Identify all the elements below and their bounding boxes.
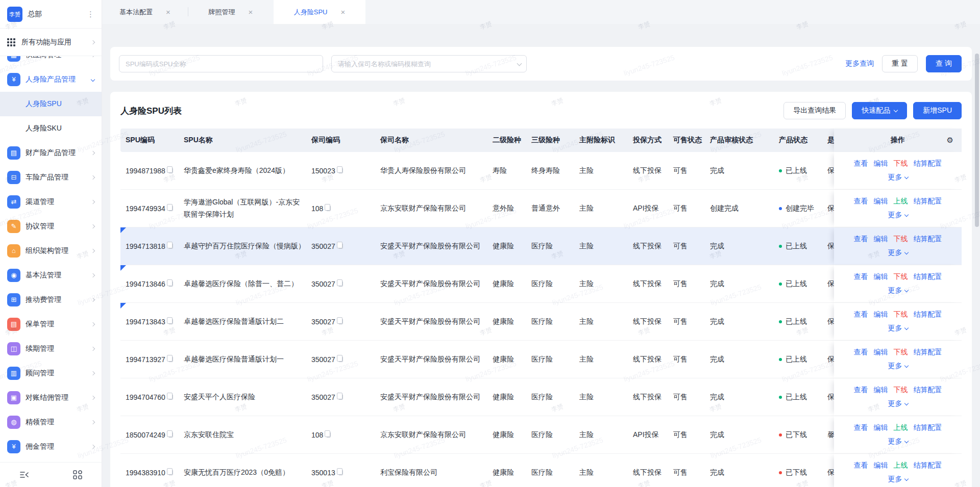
copy-icon[interactable] [338, 281, 343, 287]
view-link[interactable]: 查看 [854, 386, 868, 395]
copy-icon[interactable] [338, 243, 343, 249]
copy-icon[interactable] [168, 206, 173, 211]
sidebar-item-保单管理[interactable]: ▤ 保单管理 [0, 312, 102, 337]
copy-icon[interactable] [168, 470, 173, 475]
close-icon[interactable]: × [166, 8, 170, 16]
view-link[interactable]: 查看 [854, 235, 868, 244]
toggle-online-link[interactable]: 下线 [894, 348, 908, 357]
sidebar-item-组织架构管理[interactable]: ⌂ 组织架构管理 [0, 239, 102, 263]
column-settings-gear-icon[interactable]: ⚙ [947, 136, 953, 145]
more-link[interactable]: 更多 [888, 286, 908, 294]
settlement-config-link[interactable]: 结算配置 [914, 386, 942, 395]
copy-icon[interactable] [168, 432, 173, 438]
toggle-online-link[interactable]: 上线 [894, 197, 908, 206]
copy-icon[interactable] [326, 206, 331, 211]
more-link[interactable]: 更多 [888, 211, 908, 219]
edit-link[interactable]: 编辑 [874, 159, 888, 168]
more-link[interactable]: 更多 [888, 248, 908, 257]
query-button[interactable]: 查 询 [926, 55, 962, 72]
sidebar-item-续期管理[interactable]: ◫ 续期管理 [0, 337, 102, 361]
close-icon[interactable]: × [340, 8, 345, 16]
kebab-menu-icon[interactable]: ⋮ [85, 9, 96, 20]
view-link[interactable]: 查看 [854, 159, 868, 168]
view-link[interactable]: 查看 [854, 461, 868, 470]
scrollbar-thumb[interactable] [975, 54, 979, 227]
copy-icon[interactable] [168, 356, 173, 362]
settlement-config-link[interactable]: 结算配置 [914, 423, 942, 432]
sidebar-item-顾问管理[interactable]: ▥ 顾问管理 [0, 361, 102, 386]
view-link[interactable]: 查看 [854, 348, 868, 357]
sidebar-item-协议管理[interactable]: ✎ 协议管理 [0, 214, 102, 239]
toggle-online-link[interactable]: 下线 [894, 272, 908, 281]
sidebar-item-供应商管理[interactable]: ▦ 供应商管理 [0, 56, 102, 67]
settlement-config-link[interactable]: 结算配置 [914, 197, 942, 206]
dashboard-grid-icon[interactable] [73, 470, 82, 479]
copy-icon[interactable] [168, 243, 173, 249]
spu-search-input[interactable] [119, 55, 323, 72]
edit-link[interactable]: 编辑 [874, 423, 888, 432]
sidebar-item-佣金管理[interactable]: ¥ 佣金管理 [0, 434, 102, 459]
copy-icon[interactable] [338, 356, 343, 362]
sidebar-item-人身险产品管理[interactable]: ¥ 人身险产品管理 [0, 67, 102, 92]
toggle-online-link[interactable]: 上线 [894, 423, 908, 432]
toggle-online-link[interactable]: 下线 [894, 235, 908, 244]
copy-icon[interactable] [338, 394, 343, 400]
copy-icon[interactable] [168, 168, 173, 173]
view-link[interactable]: 查看 [854, 423, 868, 432]
copy-icon[interactable] [338, 470, 343, 475]
copy-icon[interactable] [338, 319, 343, 324]
edit-link[interactable]: 编辑 [874, 386, 888, 395]
sidebar-item-财产险产品管理[interactable]: ▤ 财产险产品管理 [0, 141, 102, 165]
toggle-online-link[interactable]: 上线 [894, 461, 908, 470]
copy-icon[interactable] [168, 281, 173, 287]
copy-icon[interactable] [338, 168, 343, 173]
settlement-config-link[interactable]: 结算配置 [914, 235, 942, 244]
more-link[interactable]: 更多 [888, 362, 908, 370]
more-link[interactable]: 更多 [888, 399, 908, 407]
edit-link[interactable]: 编辑 [874, 272, 888, 281]
tab-牌照管理[interactable]: 牌照管理 × [188, 0, 274, 24]
sidebar-subitem-人身险SPU[interactable]: 人身险SPU [0, 92, 102, 116]
settlement-config-link[interactable]: 结算配置 [914, 348, 942, 357]
company-search-input[interactable] [331, 55, 527, 72]
edit-link[interactable]: 编辑 [874, 310, 888, 319]
edit-link[interactable]: 编辑 [874, 348, 888, 357]
reset-button[interactable]: 重 置 [882, 55, 918, 72]
close-icon[interactable]: × [249, 8, 253, 16]
tab-基本法配置[interactable]: 基本法配置 × [102, 0, 188, 24]
sidebar-item-渠道管理[interactable]: ⇄ 渠道管理 [0, 190, 102, 214]
more-query-link[interactable]: 更多查询 [845, 59, 874, 68]
view-link[interactable]: 查看 [854, 272, 868, 281]
view-link[interactable]: 查看 [854, 310, 868, 319]
tab-人身险SPU[interactable]: 人身险SPU × [274, 0, 365, 24]
settlement-config-link[interactable]: 结算配置 [914, 310, 942, 319]
more-link[interactable]: 更多 [888, 437, 908, 445]
toggle-online-link[interactable]: 下线 [894, 159, 908, 168]
export-results-button[interactable]: 导出查询结果 [783, 102, 846, 119]
add-spu-button[interactable]: 新增SPU [913, 102, 962, 119]
toggle-online-link[interactable]: 下线 [894, 386, 908, 395]
sidebar-item-精领管理[interactable]: ◍ 精领管理 [0, 410, 102, 434]
view-link[interactable]: 查看 [854, 197, 868, 206]
sidebar-item-车险产品管理[interactable]: ⊟ 车险产品管理 [0, 165, 102, 190]
copy-icon[interactable] [168, 319, 173, 324]
settlement-config-link[interactable]: 结算配置 [914, 461, 942, 470]
edit-link[interactable]: 编辑 [874, 461, 888, 470]
avatar[interactable]: 李赟 [7, 7, 22, 22]
more-link[interactable]: 更多 [888, 324, 908, 332]
collapse-sidebar-icon[interactable] [19, 470, 29, 479]
sidebar-item-对账结佣管理[interactable]: ▣ 对账结佣管理 [0, 386, 102, 410]
edit-link[interactable]: 编辑 [874, 235, 888, 244]
sidebar-item-all-apps[interactable]: 所有功能与应用 [0, 29, 102, 56]
sidebar-item-推动费管理[interactable]: ⊞ 推动费管理 [0, 288, 102, 312]
quick-config-button[interactable]: 快速配品 [852, 102, 907, 119]
more-link[interactable]: 更多 [888, 475, 908, 483]
copy-icon[interactable] [326, 432, 331, 438]
more-link[interactable]: 更多 [888, 173, 908, 181]
sidebar-subitem-人身险SKU[interactable]: 人身险SKU [0, 116, 102, 141]
edit-link[interactable]: 编辑 [874, 197, 888, 206]
settlement-config-link[interactable]: 结算配置 [914, 272, 942, 281]
settlement-config-link[interactable]: 结算配置 [914, 159, 942, 168]
sidebar-item-基本法管理[interactable]: ◉ 基本法管理 [0, 263, 102, 288]
copy-icon[interactable] [168, 394, 173, 400]
